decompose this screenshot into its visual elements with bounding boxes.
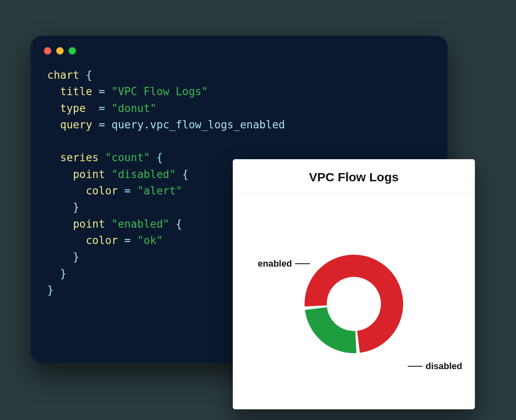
chart-label-disabled: disabled [408,361,462,372]
chart-label-disabled-text: disabled [426,361,462,372]
donut-chart [292,242,415,365]
minimize-icon[interactable] [56,47,64,55]
leader-line-icon [408,366,422,367]
chart-card: VPC Flow Logs enabled disabled [233,159,475,409]
chart-title: VPC Flow Logs [241,170,466,184]
chart-label-enabled: enabled [258,258,310,269]
chart-header: VPC Flow Logs [233,160,475,194]
maximize-icon[interactable] [69,47,76,55]
chart-body: enabled disabled [233,194,475,406]
close-icon[interactable] [44,47,51,55]
leader-line-icon [295,263,310,264]
donut-segment-enabled [305,307,356,353]
window-traffic-lights [31,36,447,55]
chart-label-enabled-text: enabled [258,258,292,269]
